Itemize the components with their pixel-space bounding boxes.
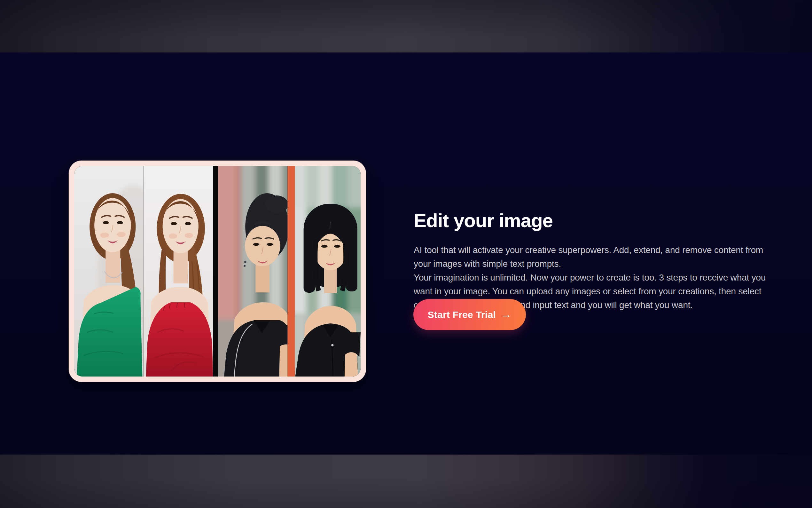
hero-section: Edit your image AI tool that will activa… bbox=[0, 52, 812, 455]
orange-strip-divider bbox=[287, 166, 295, 377]
bottom-blurred-band bbox=[0, 455, 812, 508]
description-line: your images with simple text prompts. bbox=[414, 257, 766, 271]
description-line: AI tool that will activate your creative… bbox=[414, 243, 766, 257]
top-blurred-band bbox=[0, 0, 812, 52]
portrait-woman-red-top bbox=[144, 166, 213, 377]
start-free-trial-button[interactable]: Start Free Trial → bbox=[413, 299, 526, 330]
page: Edit your image AI tool that will activa… bbox=[0, 0, 812, 508]
portrait-woman-updo bbox=[211, 166, 295, 377]
portrait-woman-bob bbox=[288, 166, 361, 377]
section-heading: Edit your image bbox=[414, 211, 553, 230]
arrow-right-icon: → bbox=[500, 309, 512, 320]
description-line: Your imagination is unlimited. Now your … bbox=[414, 271, 766, 284]
image-card bbox=[69, 161, 366, 382]
description-line: want in your image. You can upload any i… bbox=[414, 284, 766, 298]
cta-label: Start Free Trial bbox=[428, 309, 496, 320]
panel-divider bbox=[213, 166, 218, 377]
portrait-collage bbox=[74, 166, 361, 377]
